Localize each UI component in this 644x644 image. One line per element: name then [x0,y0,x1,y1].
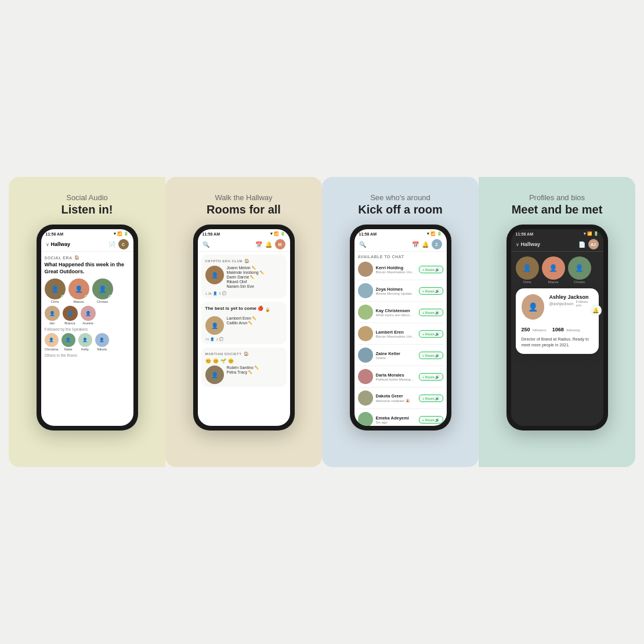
title-3: Kick off a room [358,203,443,216]
search-icon-2[interactable]: 🔍 [202,241,209,248]
bell-button[interactable]: 🔔 [590,305,602,316]
avatar-bianca: 👤 Bianca [63,306,78,325]
profile-handle: @ashjackson [549,302,573,306]
phone-content-4: 👤 Chris 👤 Mazza 👤 Christo [511,252,603,426]
lock-icon: 🔒 [265,307,270,312]
status-bar-4: 11:58 AM ▾ 📶 🔋 [511,229,603,237]
phone-3: 11:58 AM ▾ 📶 🔋 🔍 📅 🔔 Z [350,225,451,430]
person-zaine: Zaine Keller Online + Room 🔊 [358,348,443,366]
status-bar-1: 11:58 AM ▾ 📶 🔋 [41,229,133,237]
phone-screen-4: 11:58 AM ▾ 📶 🔋 ∨ Hallway [511,229,603,426]
avatar-austrie: 👤 Austrie [81,306,96,325]
feature-strip: Social Audio Listen in! 11:58 AM ▾ 📶 🔋 [9,177,635,467]
title-2: Rooms for all [207,203,281,216]
page-wrapper: Social Audio Listen in! 11:58 AM ▾ 📶 🔋 [0,0,644,644]
room-btn-dakota[interactable]: + Room 🔊 [419,395,443,402]
profile-card: 👤 Ashley Jackson @ashjackson Follows you [516,288,599,354]
nav-bar-3: 🔍 📅 🔔 Z [354,237,447,252]
avatar-christo: 👤 Christo [92,278,113,303]
avatar-jen: 👤 Jen [45,306,60,325]
status-bar-2: 11:58 AM ▾ 📶 🔋 [198,229,290,237]
others-row: 👤 Christina 👤 Naite 👤 Kelly [45,333,130,351]
room-btn-darla[interactable]: + Room 🔊 [419,373,443,381]
subtitle-2: Walk the Hallway [215,193,272,202]
section-label-1: SOCIAL ERA 🏠 [45,255,130,260]
room-card-martian: MARTIAN SOCIETY 🏠 😊 😊 🌱 😊 👤 [201,348,287,387]
feature-col-social-audio: Social Audio Listen in! 11:58 AM ▾ 📶 🔋 [9,177,165,467]
speakers-row: 👤 Chris 👤 Mazza [45,278,130,303]
phone-content-3: AVAILABLE TO CHAT Kerri Holding Bitcoin … [354,252,447,426]
person-lambert: Lambert Eren Bitcoin Maximalists Uni... … [358,326,443,345]
room-btn-zoya[interactable]: + Room 🔊 [419,287,443,295]
feature-col-around: See who's around Kick off a room 11:58 A… [322,177,479,467]
room-btn-lambert[interactable]: + Room 🔊 [419,330,443,338]
avatar-chris: 👤 Chris [45,278,66,303]
subtitle-4: Profiles and bios [529,193,585,202]
profile-stats: 250 followers 1068 following [522,323,593,334]
person-kay: Kay Christensen What topics are taboo...… [358,305,443,323]
others-label: Others in the Room [45,353,130,357]
profile-bio: Director of Brand at Radius. Ready to me… [522,337,593,348]
top-avatars-row: 👤 Chris 👤 Mazza 👤 Christo [516,256,599,284]
subtitle-1: Social Audio [66,193,108,202]
room-title-2: The best is yet to come 🍎 [205,306,264,311]
title-4: Meet and be met [512,203,603,216]
room-label-3: MARTIAN SOCIETY [205,352,242,356]
phone-content-2: CRYPTO ERA CLUB 🏠 👤 Joann Melvin✏️ Makin… [198,252,290,426]
nav-bar-1: ∨ Hallway 📄 C [41,237,133,252]
search-icon-3[interactable]: 🔍 [359,241,366,248]
feature-col-hallway: Walk the Hallway Rooms for all 11:58 AM … [165,177,322,467]
phone-4: 11:58 AM ▾ 📶 🔋 ∨ Hallway [506,225,608,430]
feature-col-profiles: Profiles and bios Meet and be met 11:58 … [479,177,635,467]
person-emeka: Emeka Adeyemi 5m ago + Room 🔊 [358,412,443,426]
person-zoya: Zoya Holmes Minute Morning Update + Room… [358,283,443,302]
person-darla: Darla Morales Political Action Meetup...… [358,369,443,388]
status-bar-3: 11:58 AM ▾ 📶 🔋 [354,229,447,237]
phone-screen-1: 11:58 AM ▾ 📶 🔋 ∨ Hallway [41,229,133,426]
room-card-best: The best is yet to come 🍎 🔒 👤 Lambert Er… [201,302,287,344]
room-btn-zaine[interactable]: + Room 🔊 [419,352,443,359]
nav-bar-4: ∨ Hallway 📄 AJ [511,237,603,252]
phone-screen-2: 11:58 AM ▾ 📶 🔋 🔍 📅 🔔 M [198,229,290,426]
nav-bar-2: 🔍 📅 🔔 M [198,237,290,252]
person-dakota: Dakota Greer Welcome newbies! 🎉 + Room 🔊 [358,390,443,409]
follows-you: Follows you [576,300,590,307]
followed-label: Followed by the Speakers [45,327,130,331]
doc-icon-4: 📄 [578,241,585,248]
room-btn-kerri[interactable]: + Room 🔊 [419,266,443,273]
room-btn-kay[interactable]: + Room 🔊 [419,309,443,316]
room-btn-emeka[interactable]: + Room 🔊 [419,416,443,424]
phone-screen-3: 11:58 AM ▾ 📶 🔋 🔍 📅 🔔 Z [354,229,447,426]
room-title-1: What Happened this week in the Great Out… [45,262,130,275]
phone-content-1: SOCIAL ERA 🏠 What Happened this week in … [41,252,133,426]
room-card-crypto: CRYPTO ERA CLUB 🏠 👤 Joann Melvin✏️ Makin… [201,255,287,298]
person-kerri: Kerri Holding Bitcoin Maximalists Uni...… [358,262,443,280]
user-avatar: C [118,239,129,249]
doc-icon: 📄 [108,241,115,248]
profile-avatar: 👤 [522,294,545,320]
title-1: Listen in! [61,203,113,216]
profile-name: Ashley Jackson [549,294,590,300]
room-label-1: CRYPTO ERA CLUB [205,259,243,263]
avatar-mazza: 👤 Mazza [68,278,89,303]
phone-1: 11:58 AM ▾ 📶 🔋 ∨ Hallway [37,225,138,430]
subtitle-3: See who's around [370,193,430,202]
phone-2: 11:58 AM ▾ 📶 🔋 🔍 📅 🔔 M [193,225,295,430]
available-header: AVAILABLE TO CHAT [358,255,443,259]
audience-row: 👤 Jen 👤 Bianca 👤 Austrie [45,306,130,325]
